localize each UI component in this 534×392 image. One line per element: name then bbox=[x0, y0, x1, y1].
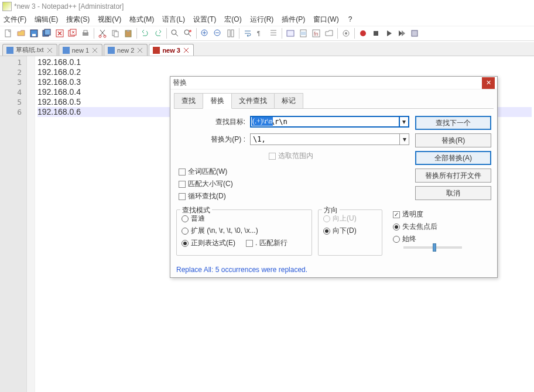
monitor-icon[interactable] bbox=[340, 27, 352, 39]
dir-down-radio[interactable] bbox=[323, 228, 330, 235]
svg-rect-33 bbox=[412, 30, 417, 36]
replace-all-open-button[interactable]: 替换所有打开文件 bbox=[415, 169, 491, 183]
replace-all-button[interactable]: 全部替换(A) bbox=[415, 151, 491, 165]
zoom-in-icon[interactable] bbox=[199, 27, 211, 39]
replace-icon[interactable] bbox=[182, 27, 194, 39]
file-tab[interactable]: 草稿纸.txt bbox=[2, 44, 57, 56]
paste-icon[interactable] bbox=[122, 27, 134, 39]
svg-rect-26 bbox=[300, 32, 306, 35]
file-tab[interactable]: new 2 bbox=[104, 44, 148, 56]
wholeword-label: 全词匹配(W) bbox=[188, 167, 227, 177]
tab-close-icon[interactable] bbox=[183, 47, 190, 54]
mode-extended-radio[interactable] bbox=[182, 228, 189, 235]
dropdown-icon[interactable]: ▾ bbox=[400, 133, 409, 145]
play-macro-icon[interactable] bbox=[383, 27, 395, 39]
trans-onblur-radio[interactable] bbox=[393, 223, 400, 231]
tab-label: new 2 bbox=[117, 47, 134, 54]
matchcase-checkbox[interactable] bbox=[179, 181, 186, 188]
file-icon bbox=[6, 47, 13, 54]
tab-label: new 1 bbox=[72, 47, 89, 54]
tab-close-icon[interactable] bbox=[46, 47, 53, 54]
svg-rect-36 bbox=[108, 47, 115, 54]
search-mode-group: 查找模式 普通 扩展 (\n, \r, \t, \0, \x...) 正则表达式… bbox=[176, 209, 312, 256]
matchcase-label: 匹配大小写(C) bbox=[188, 179, 233, 189]
close-icon[interactable] bbox=[54, 27, 66, 39]
doc-map-icon[interactable] bbox=[297, 27, 309, 39]
svg-point-30 bbox=[345, 32, 347, 35]
menu-format[interactable]: 格式(M) bbox=[129, 15, 154, 25]
file-tab-active[interactable]: new 3 bbox=[149, 44, 194, 56]
close-all-icon[interactable] bbox=[67, 27, 78, 39]
save-icon[interactable] bbox=[28, 27, 40, 39]
trans-always-radio[interactable] bbox=[393, 236, 400, 243]
find-target-label: 查找目标: bbox=[176, 117, 250, 127]
copy-icon[interactable] bbox=[109, 27, 121, 39]
menu-run[interactable]: 运行(R) bbox=[250, 15, 274, 25]
svg-rect-13 bbox=[114, 32, 118, 37]
find-target-value: (.+)\r\n bbox=[252, 117, 273, 126]
transparency-slider[interactable] bbox=[403, 246, 462, 249]
dialog-title-bar[interactable]: 替换 ✕ bbox=[170, 77, 497, 90]
file-tab[interactable]: new 1 bbox=[59, 44, 102, 56]
cancel-button[interactable]: 取消 bbox=[415, 186, 491, 200]
cut-icon[interactable] bbox=[97, 27, 108, 39]
find-icon[interactable] bbox=[169, 27, 181, 39]
replace-button[interactable]: 替换(R) bbox=[415, 133, 491, 147]
new-file-icon[interactable] bbox=[2, 27, 14, 39]
tab-find[interactable]: 查找 bbox=[174, 93, 203, 109]
trans-always-label: 始终 bbox=[402, 234, 416, 244]
user-lang-icon[interactable] bbox=[285, 27, 296, 39]
mode-normal-radio[interactable] bbox=[182, 215, 189, 222]
indent-guide-icon[interactable] bbox=[268, 27, 279, 39]
dialog-close-button[interactable]: ✕ bbox=[482, 77, 495, 89]
wrap-checkbox[interactable] bbox=[179, 193, 186, 200]
tab-close-icon[interactable] bbox=[136, 47, 143, 54]
save-all-icon[interactable] bbox=[41, 27, 53, 39]
menu-file[interactable]: 文件(F) bbox=[4, 15, 26, 25]
menu-view[interactable]: 视图(V) bbox=[98, 15, 121, 25]
undo-icon[interactable] bbox=[139, 27, 151, 39]
zoom-out-icon[interactable] bbox=[212, 27, 224, 39]
open-file-icon[interactable] bbox=[15, 27, 27, 39]
svg-rect-15 bbox=[127, 30, 129, 32]
trans-onblur-label: 失去焦点后 bbox=[402, 222, 437, 232]
menu-help[interactable]: ? bbox=[348, 15, 352, 23]
print-icon[interactable] bbox=[80, 27, 91, 39]
wholeword-checkbox[interactable] bbox=[179, 169, 186, 176]
file-icon bbox=[63, 47, 70, 54]
menu-macro[interactable]: 宏(O) bbox=[224, 15, 241, 25]
dialog-title: 替换 bbox=[173, 78, 187, 88]
svg-text:fn: fn bbox=[314, 31, 319, 37]
wordwrap-icon[interactable] bbox=[242, 27, 254, 39]
mode-regex-radio[interactable] bbox=[182, 240, 189, 247]
function-list-icon[interactable]: fn bbox=[310, 27, 322, 39]
folder-view-icon[interactable] bbox=[323, 27, 335, 39]
tab-replace[interactable]: 替换 bbox=[203, 93, 232, 109]
tab-mark[interactable]: 标记 bbox=[274, 93, 303, 109]
menu-plugin[interactable]: 插件(P) bbox=[282, 15, 305, 25]
save-macro-icon[interactable] bbox=[409, 27, 420, 39]
mode-regex-label: 正则表达式(E) bbox=[191, 238, 235, 248]
svg-point-17 bbox=[184, 30, 189, 35]
menu-settings[interactable]: 设置(T) bbox=[193, 15, 216, 25]
dropdown-icon[interactable]: ▾ bbox=[400, 116, 409, 128]
show-all-chars-icon[interactable]: ¶ bbox=[255, 27, 266, 39]
menu-search[interactable]: 搜索(S) bbox=[66, 15, 90, 25]
in-scope-label: 选取范围内 bbox=[278, 151, 313, 161]
replace-dialog: 替换 ✕ 查找 替换 文件查找 标记 查找目标: (.+)\r\n ▾ 替换为(… bbox=[170, 76, 498, 278]
tab-findfiles[interactable]: 文件查找 bbox=[231, 93, 275, 109]
dotnl-checkbox[interactable] bbox=[246, 240, 253, 247]
menu-edit[interactable]: 编辑(E) bbox=[35, 15, 58, 25]
menu-window[interactable]: 窗口(W) bbox=[313, 15, 338, 25]
redo-icon[interactable] bbox=[152, 27, 164, 39]
stop-macro-icon[interactable] bbox=[370, 27, 382, 39]
play-multi-icon[interactable] bbox=[396, 27, 408, 39]
find-next-button[interactable]: 查找下一个 bbox=[415, 116, 491, 130]
record-macro-icon[interactable] bbox=[357, 27, 369, 39]
window-title: *new 3 - Notepad++ [Administrator] bbox=[14, 2, 124, 11]
sync-vert-icon[interactable] bbox=[225, 27, 237, 39]
tab-close-icon[interactable] bbox=[91, 47, 98, 54]
transparency-checkbox[interactable] bbox=[393, 211, 400, 218]
replace-with-input[interactable] bbox=[250, 133, 400, 145]
menu-language[interactable]: 语言(L) bbox=[162, 15, 185, 25]
